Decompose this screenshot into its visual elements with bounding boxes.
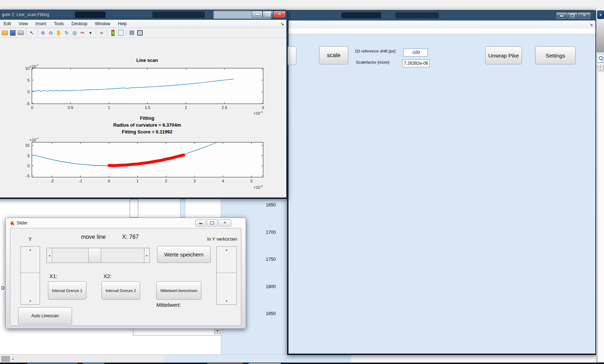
x1-label: X1:: [49, 273, 58, 279]
line-scan-plot[interactable]: 00.511.522.53-50510: [32, 68, 263, 104]
x-tick-label: 2: [165, 179, 167, 183]
plot-subtitle: Fitting Score = 0.11992: [32, 129, 263, 135]
y-label: Y: [28, 236, 32, 242]
y-tick-label: 0: [27, 164, 30, 168]
toolbar-separator: [107, 29, 107, 36]
dock-arrow-icon[interactable]: ↘: [590, 22, 593, 27]
x-exponent-label: ×10-3: [32, 185, 263, 190]
plot-title: Line scan: [32, 58, 263, 63]
maximize-button[interactable]: [263, 11, 273, 18]
titlebar-blur-fragment: [341, 12, 381, 18]
brush-dropdown-icon[interactable]: ▾: [87, 29, 94, 36]
hide-plot-tools-icon[interactable]: [128, 29, 135, 36]
tick-label: 1800: [266, 284, 276, 289]
slider-left-arrow-icon[interactable]: ◄: [47, 248, 52, 263]
slider-titlebar[interactable]: Slider ×: [6, 218, 246, 228]
move-line-label: move line: [81, 234, 106, 240]
close-button[interactable]: ×: [578, 12, 591, 19]
x-tick-label: 0: [108, 179, 110, 183]
search-icon[interactable]: [597, 54, 604, 63]
x-exponent-label: ×10-3: [32, 110, 263, 115]
menu-item-window[interactable]: Window: [95, 20, 111, 27]
show-plot-tools-icon[interactable]: [136, 29, 143, 36]
grip-arrow-icon[interactable]: ▲: [12, 358, 14, 360]
save-values-button[interactable]: Werte speichern: [157, 246, 211, 263]
pan-icon[interactable]: ✋: [55, 29, 62, 36]
dropdown-circle-icon[interactable]: ▾: [597, 63, 604, 70]
mean-label: Mittelwert:: [156, 302, 181, 308]
menu-item-view[interactable]: View: [19, 20, 28, 27]
interval-limit2-button[interactable]: Interval Grenze 2: [102, 281, 140, 300]
scroll-down-icon[interactable]: ▼: [217, 300, 236, 303]
rotate-3d-icon[interactable]: ↻: [63, 29, 70, 36]
minimize-button[interactable]: [556, 12, 567, 19]
scrollbar-fragment[interactable]: [180, 199, 185, 218]
zoom-in-icon[interactable]: ⊕: [39, 29, 46, 36]
menu-item-help[interactable]: Help: [118, 20, 127, 27]
plot-title: Fitting: [32, 115, 263, 121]
move-line-slider[interactable]: ◄ ►: [46, 248, 150, 263]
scale-button[interactable]: scale: [319, 46, 348, 64]
x-tick-label: 2: [185, 105, 187, 110]
gui-titlebar[interactable]: ×: [287, 10, 596, 20]
menu-item-desktop[interactable]: Desktop: [72, 20, 88, 27]
sidebar-track[interactable]: [598, 72, 604, 362]
background-list-values[interactable]: 16501700175018001850: [266, 203, 284, 346]
scalefactor-input[interactable]: 7.26392e-06: [402, 59, 430, 67]
menu-item-insert[interactable]: Insert: [35, 20, 46, 27]
zoom-out-icon[interactable]: ⊖: [47, 29, 54, 36]
scroll-up-icon[interactable]: ▲: [217, 248, 236, 251]
settings-button[interactable]: Settings: [535, 46, 576, 64]
docked-sidebar: ▲ ▾: [596, 9, 604, 363]
y-scrollbar[interactable]: ▲ ▼: [21, 246, 40, 305]
close-button[interactable]: ×: [218, 219, 231, 227]
minimize-button[interactable]: [252, 11, 263, 18]
shorten-y-scrollbar[interactable]: ▲ ▼: [216, 246, 237, 305]
auto-linescan-button[interactable]: Auto Linescan: [18, 307, 72, 324]
x-tick-label: 1: [137, 179, 139, 183]
restore-button[interactable]: [207, 219, 218, 227]
print-icon[interactable]: [17, 29, 24, 36]
collapse-button[interactable]: ▲: [597, 10, 604, 19]
window-title: Slider: [17, 220, 28, 226]
status-strip-blue: [164, 355, 351, 363]
figure-menubar: EditViewInsertToolsDesktopWindowHelp↘: [0, 20, 286, 28]
tick-label: 1750: [266, 257, 276, 262]
scrollbar-fragment[interactable]: [130, 199, 138, 218]
stray-text-fragment: D: [1, 285, 4, 291]
gui-blue-panel: scale 1D reference shift [px]: -100 Scal…: [288, 33, 595, 354]
minimize-button[interactable]: [195, 219, 206, 227]
interval-limit1-button[interactable]: Interval Grenze 1: [48, 281, 86, 300]
data-cursor-icon[interactable]: ◎: [71, 29, 78, 36]
x-tick-label: -1: [79, 179, 82, 183]
calc-mean-button[interactable]: Mittelwert berechnen: [156, 281, 201, 300]
restore-button[interactable]: [567, 12, 578, 19]
fitting-plot[interactable]: -2-1012345-50510: [32, 142, 263, 177]
dock-arrow-icon[interactable]: ↘: [281, 22, 284, 26]
shorten-y-label: In Y verkürzen: [207, 236, 237, 242]
status-strip-white: [351, 355, 604, 363]
scroll-down-icon[interactable]: ▼: [21, 300, 40, 303]
scroll-up-icon[interactable]: ▲: [21, 248, 40, 251]
resize-grip[interactable]: ▲: [1, 356, 14, 363]
brush-icon[interactable]: ✏: [79, 29, 86, 36]
close-button[interactable]: ×: [273, 11, 286, 18]
fitting-canvas: [32, 142, 263, 177]
measured-data: [109, 155, 184, 165]
arrow-cursor-icon[interactable]: ↖: [28, 29, 35, 36]
menu-item-edit[interactable]: Edit: [4, 20, 11, 27]
y-tick-label: -5: [26, 101, 30, 106]
figure-toolbar: ↖⊕⊖✋↻◎✏▾∞: [0, 28, 286, 38]
ref-shift-input[interactable]: -100: [403, 49, 428, 56]
open-folder-icon[interactable]: [1, 29, 8, 36]
figure-titlebar[interactable]: gure 2: Line_scan,Fitting ×: [0, 10, 287, 20]
taskbar-sliver[interactable]: [0, 363, 604, 364]
save-icon[interactable]: [9, 29, 16, 36]
menu-item-tools[interactable]: Tools: [54, 20, 64, 27]
slider-right-arrow-icon[interactable]: ►: [144, 248, 149, 263]
link-plot-icon[interactable]: ∞: [98, 29, 105, 36]
unwrap-pike-button[interactable]: Unwrap Pike: [485, 46, 522, 64]
insert-colorbar-icon[interactable]: [109, 29, 116, 36]
insert-legend-icon[interactable]: [117, 29, 124, 36]
slider-thumb[interactable]: [88, 248, 101, 263]
